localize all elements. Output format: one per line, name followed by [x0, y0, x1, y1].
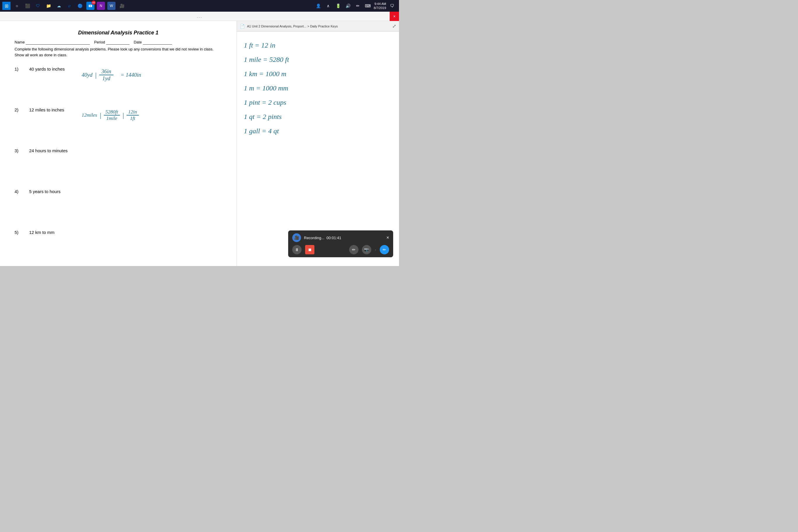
chrome-icon[interactable]: 🔵: [76, 2, 84, 10]
main-window: ... × Dimensional Analysis Practice 1 Na…: [0, 12, 399, 266]
p1-1yd-bot: 1yd: [100, 75, 113, 82]
problem-1-work: 40yd | 36in 1yd = 1440in: [82, 66, 222, 90]
recording-controls: ⏸ ⏹ ✏ 📷 · ✏: [292, 245, 389, 254]
problem-1-text: 40 yards to inches: [29, 66, 76, 72]
note-line-3: 1 km = 1000 m: [244, 70, 392, 78]
weather-icon[interactable]: ☁: [55, 2, 63, 10]
problem-1: 1) 40 yards to inches 40yd | 36in 1yd = …: [15, 66, 222, 90]
cortana-icon[interactable]: ○: [13, 2, 21, 10]
document-title: Dimensional Analysis Practice 1: [15, 30, 222, 36]
recording-camera-tool-button[interactable]: 📷: [362, 245, 371, 254]
recording-highlighter-button[interactable]: ✏: [380, 245, 389, 254]
volume-icon[interactable]: 🔊: [344, 2, 352, 10]
p1-36in-top: 36in: [99, 68, 114, 75]
file-manager-icon[interactable]: 📁: [44, 2, 53, 10]
problem-4-text: 5 years to hours: [29, 189, 76, 194]
date-display: 8/7/2019: [374, 6, 386, 10]
problem-5: 5) 12 km to mm: [15, 230, 222, 253]
taskbar: ⊞ ○ ⬛ 🛡 📁 ☁ ℯ 🔵 📧 46 N W 🎥 👤 ∧ 🔋 🔊 ✏ ⌨ 9…: [0, 0, 399, 12]
recording-header: 🎥 Recording... 00:01:41 ×: [292, 233, 389, 242]
outlook-icon[interactable]: 📧 46: [86, 2, 95, 10]
panel-doc-icon: 📄: [240, 24, 245, 28]
note-line-5: 1 pint = 2 cups: [244, 99, 392, 107]
onenote-icon[interactable]: N: [97, 2, 105, 10]
name-label: Name: [15, 40, 25, 44]
battery-icon[interactable]: 🔋: [334, 2, 342, 10]
name-period-date-line: Name Period Date: [15, 40, 222, 45]
note-line-1: 1 ft = 12 in: [244, 41, 392, 49]
p2-1mile-bot: 1mile: [104, 115, 119, 121]
panel-expand-button[interactable]: ⤢: [392, 23, 396, 29]
edge-browser-icon[interactable]: 🛡: [34, 2, 42, 10]
note-line-2: 1 mile = 5280 ft: [244, 56, 392, 63]
window-topbar: ... ×: [0, 12, 399, 21]
pen-icon[interactable]: ✏: [354, 2, 362, 10]
notification-icon[interactable]: 🗨: [388, 2, 396, 10]
note-line-7: 1 gall = 4 qt: [244, 127, 392, 135]
task-view-icon[interactable]: ⬛: [23, 2, 32, 10]
recording-close-button[interactable]: ×: [386, 235, 389, 240]
content-area: Dimensional Analysis Practice 1 Name Per…: [0, 21, 399, 266]
clock[interactable]: 9:44 AM 8/7/2019: [374, 2, 386, 10]
teams-icon[interactable]: 🎥: [118, 2, 126, 10]
problem-5-work: [82, 230, 222, 253]
problem-2-text: 12 miles to inches: [29, 107, 76, 112]
recording-cam-icon: 🎥: [292, 233, 301, 242]
p1-40yd: 40yd: [82, 72, 93, 78]
recording-pause-button[interactable]: ⏸: [292, 245, 302, 254]
notes-content: 1 ft = 12 in 1 mile = 5280 ft 1 km = 100…: [244, 41, 392, 135]
window-close-button[interactable]: ×: [390, 12, 399, 21]
p2-12miles: 12miles: [82, 112, 97, 118]
right-panel: 📄 A1 Unit 2 Dimensional Analysis, Propor…: [237, 21, 399, 266]
name-field[interactable]: [26, 40, 90, 45]
people-icon[interactable]: 👤: [314, 2, 322, 10]
problem-2: 2) 12 miles to inches 12miles | 5280ft 1…: [15, 107, 222, 131]
p2-1ft-bot: 1ft: [128, 115, 137, 121]
note-line-4: 1 m = 1000 mm: [244, 84, 392, 92]
panel-breadcrumb: A1 Unit 2 Dimensional Analysis, Proport.…: [247, 24, 390, 28]
chevron-up-icon[interactable]: ∧: [324, 2, 332, 10]
word-icon[interactable]: W: [107, 2, 115, 10]
date-label: Date: [134, 40, 141, 44]
document-area: Dimensional Analysis Practice 1 Name Per…: [0, 21, 237, 266]
problem-1-number: 1): [15, 66, 23, 72]
instructions: Complete the following dimensional analy…: [15, 46, 222, 58]
panel-topbar: 📄 A1 Unit 2 Dimensional Analysis, Propor…: [237, 21, 399, 32]
problem-4-number: 4): [15, 189, 23, 194]
p2-5280ft-top: 5280ft: [104, 109, 120, 115]
recording-pen-tool-button[interactable]: ✏: [349, 245, 359, 254]
ie-icon[interactable]: ℯ: [65, 2, 74, 10]
p1-equals: = 1440in: [120, 72, 141, 78]
problem-5-number: 5): [15, 230, 23, 235]
note-line-6: 1 qt = 2 pints: [244, 113, 392, 121]
p2-divider1: |: [99, 111, 101, 119]
recording-label: Recording... 00:01:41: [304, 236, 383, 240]
period-label: Period: [94, 40, 105, 44]
recording-stop-button[interactable]: ⏹: [305, 245, 315, 254]
date-field[interactable]: [143, 40, 172, 45]
period-field[interactable]: [106, 40, 130, 45]
p2-12in-top: 12in: [127, 109, 139, 115]
keyboard-icon[interactable]: ⌨: [364, 2, 372, 10]
problem-5-text: 12 km to mm: [29, 230, 76, 235]
time-display: 9:44 AM: [374, 2, 386, 6]
problem-3: 3) 24 hours to minutes: [15, 148, 222, 171]
window-dots: ...: [196, 14, 202, 19]
problem-3-number: 3): [15, 148, 23, 153]
p1-divider1: |: [95, 71, 97, 79]
problem-3-work: [82, 148, 222, 171]
recording-bar: 🎥 Recording... 00:01:41 × ⏸ ⏹ ✏ 📷 · ✏: [288, 230, 393, 257]
problem-3-text: 24 hours to minutes: [29, 148, 76, 153]
problem-2-number: 2): [15, 107, 23, 112]
p2-divider2: |: [122, 111, 124, 119]
problem-4-work: [82, 189, 222, 212]
problem-4: 4) 5 years to hours: [15, 189, 222, 212]
start-button[interactable]: ⊞: [2, 2, 11, 10]
problem-2-work: 12miles | 5280ft 1mile | 12in 1ft: [82, 107, 222, 131]
